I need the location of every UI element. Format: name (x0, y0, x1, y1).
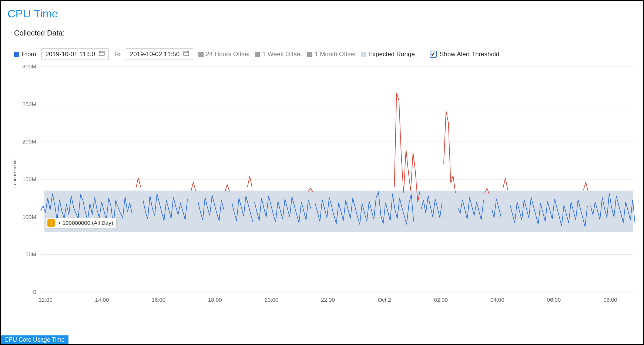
svg-text:06:00: 06:00 (547, 297, 561, 303)
legend-1w-offset[interactable]: 1 Week Offset (255, 51, 302, 58)
svg-text:20:00: 20:00 (265, 297, 279, 303)
svg-text:150M: 150M (22, 176, 36, 182)
swatch-icon (255, 52, 260, 57)
swatch-icon (361, 52, 366, 57)
svg-text:22:00: 22:00 (321, 297, 335, 303)
svg-rect-22 (44, 191, 633, 232)
svg-text:04:00: 04:00 (490, 297, 504, 303)
calendar-icon (99, 50, 105, 58)
warning-icon: ! (47, 219, 55, 227)
svg-rect-4 (184, 51, 189, 56)
legend-24h-offset[interactable]: 24 Hours Offset (198, 51, 250, 58)
legend-1m-offset[interactable]: 1 Month Offset (307, 51, 356, 58)
svg-text:0: 0 (33, 289, 36, 295)
from-date-input[interactable]: 2019-10-01 11:50 (41, 48, 109, 60)
svg-text:08:00: 08:00 (603, 297, 617, 303)
checkbox-icon: ✔ (430, 51, 437, 58)
show-alert-label: Show Alert Threshold (440, 51, 499, 58)
from-date-value: 2019-10-01 11:50 (46, 51, 95, 58)
legend-expected-label: Expected Range (368, 51, 415, 58)
to-label: To (114, 51, 121, 58)
to-date-input[interactable]: 2019-10-02 11:50 (126, 48, 193, 60)
svg-text:Oct 2: Oct 2 (378, 297, 391, 303)
svg-text:300M: 300M (22, 63, 36, 70)
legend-expected-range[interactable]: Expected Range (361, 51, 415, 58)
legend-1w-label: 1 Week Offset (262, 51, 302, 58)
cpu-time-chart[interactable]: 050M100M150M200M250M300M12:0014:0016:001… (7, 63, 637, 307)
threshold-text: > 100000000 (All Day) (58, 220, 113, 226)
series-name-pill[interactable]: CPU Core Usage Time (1, 335, 68, 344)
svg-text:16:00: 16:00 (151, 297, 165, 303)
collected-data-label: Collected Data: (14, 29, 637, 37)
swatch-icon (198, 52, 204, 57)
chart-container: nanoseconds 050M100M150M200M250M300M12:0… (7, 63, 637, 312)
svg-text:12:00: 12:00 (38, 297, 53, 303)
calendar-icon (183, 50, 189, 58)
legend-1m-label: 1 Month Offset (315, 51, 356, 58)
svg-text:200M: 200M (22, 138, 36, 145)
svg-rect-0 (99, 51, 104, 56)
page-title: CPU Time (7, 7, 637, 20)
swatch-icon (307, 52, 312, 57)
svg-text:250M: 250M (22, 101, 36, 107)
controls-row: From 2019-10-01 11:50 To 2019-10-02 11:5… (14, 48, 637, 60)
svg-text:18:00: 18:00 (208, 297, 222, 303)
alert-threshold-badge[interactable]: ! > 100000000 (All Day) (46, 218, 117, 228)
svg-text:02:00: 02:00 (434, 297, 448, 303)
from-group: From (14, 51, 36, 58)
legend-24h-label: 24 Hours Offset (206, 51, 250, 58)
from-label: From (21, 51, 36, 58)
to-date-value: 2019-10-02 11:50 (130, 51, 180, 58)
svg-text:50M: 50M (26, 251, 36, 257)
show-alert-threshold-toggle[interactable]: ✔ Show Alert Threshold (430, 51, 499, 58)
svg-text:14:00: 14:00 (95, 297, 109, 303)
series-swatch-icon (14, 52, 19, 57)
svg-text:100M: 100M (22, 214, 36, 220)
